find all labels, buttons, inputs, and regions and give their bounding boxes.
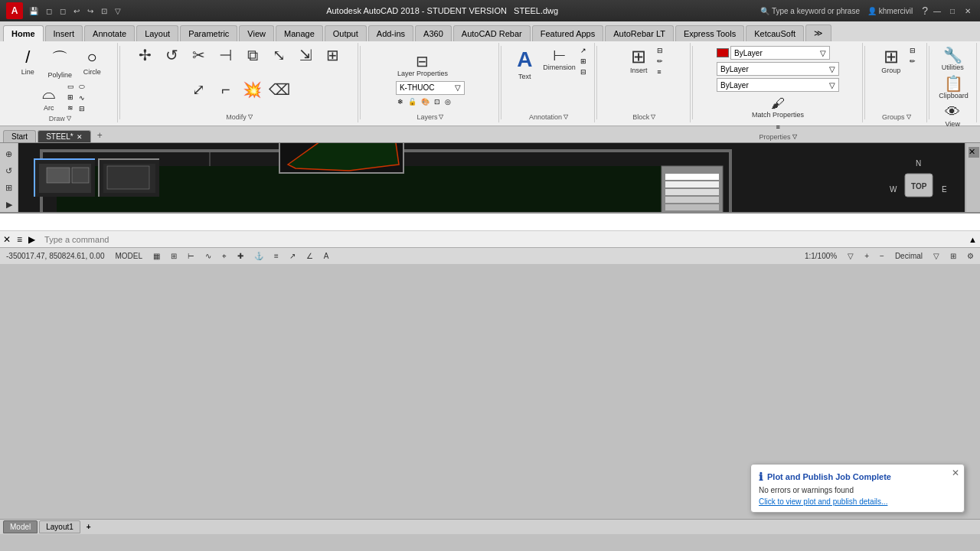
mirror-tool[interactable]: ⊣ [214, 46, 238, 64]
lineweight-btn[interactable]: ≡ [271, 248, 282, 264]
units-display[interactable]: Decimal [892, 248, 926, 264]
insert-tool[interactable]: ⊞ Insert [623, 46, 654, 76]
layer-properties-btn[interactable]: ⊟ Layer Properties [396, 52, 449, 79]
settings-btn[interactable]: ⚙ [964, 248, 977, 264]
group-edit-btn[interactable]: ✏ [908, 57, 917, 66]
qa-print[interactable]: ⊡ [98, 5, 110, 17]
draw-dropdown[interactable]: ▽ [67, 115, 71, 122]
command-input-field[interactable] [38, 233, 965, 246]
orbit-btn[interactable]: ↺ [2, 163, 17, 178]
cmd-close-btn[interactable]: ✕ [0, 234, 14, 245]
create-block-btn[interactable]: ⊟ [655, 46, 665, 55]
notif-link[interactable]: Click to view plot and publish details..… [759, 497, 956, 506]
scale-display[interactable]: 1:1/100% [802, 248, 840, 264]
spline-tool[interactable]: ∿ [77, 93, 87, 103]
array-tool[interactable]: ⊞ [321, 46, 345, 64]
region-tool[interactable]: ⊟ [77, 104, 87, 113]
list-props-btn[interactable]: ≡ [774, 122, 781, 132]
object-tracking-btn[interactable]: ✚ [234, 248, 247, 264]
qa-undo[interactable]: ↩ [70, 5, 83, 17]
search-box[interactable]: 🔍 Type a keyword or phrase [760, 7, 860, 15]
linetype-dropdown[interactable]: ByLayer ▽ [717, 62, 839, 76]
layer-lock-btn[interactable]: 🔓 [407, 97, 418, 106]
help-btn[interactable]: ? [922, 5, 928, 17]
layout-1-tab[interactable]: Layout1 [39, 520, 80, 533]
text-tool[interactable]: A Text [509, 46, 540, 82]
layer-dropdown[interactable]: K-THUOC ▽ [396, 81, 465, 95]
hatch-tool[interactable]: ⊞ [66, 93, 76, 102]
define-attr-btn[interactable]: ≡ [655, 67, 665, 77]
tab-annotate[interactable]: Annotate [84, 25, 135, 41]
workspace-btn[interactable]: ⊞ [947, 248, 959, 264]
lineweight-dropdown[interactable]: ByLayer ▽ [717, 78, 839, 92]
tab-addins[interactable]: Add-ins [368, 25, 413, 41]
maximize-btn[interactable]: □ [946, 5, 959, 17]
cmd-expand-btn[interactable]: ≡ [14, 234, 25, 245]
view-cube[interactable]: N S E W TOP [888, 158, 949, 212]
tab-steel-close[interactable]: ✕ [77, 133, 83, 141]
annotation-monitor-btn[interactable]: A [321, 248, 332, 264]
fillet-tool[interactable]: ⌐ [214, 80, 238, 99]
zoom-pan-btn[interactable]: ⊕ [2, 146, 17, 161]
polyline-tool[interactable]: ⌒ Polyline [44, 46, 75, 80]
match-properties-btn[interactable]: 🖌 Match Properties [750, 95, 805, 120]
grid-btn[interactable]: ▦ [150, 248, 163, 264]
copy-tool[interactable]: ⧉ [240, 46, 265, 64]
erase-tool[interactable]: ⌫ [267, 80, 292, 99]
scale-dropdown[interactable]: ▽ [844, 248, 857, 264]
transparency-btn[interactable]: ↗ [286, 248, 299, 264]
canvas-viewport[interactable]: ប្លង់ ស្ថានភាព ផ្ទះ ករណី ០/១ ប្លង់ ការដ្… [18, 143, 965, 212]
layout-add-btn[interactable]: + [82, 521, 96, 533]
zoom-out-btn[interactable]: − [877, 248, 887, 264]
minimize-btn[interactable]: — [931, 5, 943, 17]
ortho-btn[interactable]: ⊢ [185, 248, 198, 264]
cmd-arrow-btn[interactable]: ▶ [25, 234, 38, 245]
layers-dropdown[interactable]: ▽ [439, 113, 443, 120]
layer-freeze-btn[interactable]: ❄ [396, 97, 405, 106]
explode-tool[interactable]: 💥 [240, 80, 265, 99]
modify-dropdown[interactable]: ▽ [248, 113, 253, 120]
thumbnail-1[interactable] [34, 158, 95, 197]
qa-extra[interactable]: ▽ [112, 5, 124, 17]
tab-insert[interactable]: Insert [45, 25, 83, 41]
circle-tool[interactable]: ○ Circle [77, 46, 107, 77]
tab-output[interactable]: Output [325, 25, 367, 41]
edit-block-btn[interactable]: ✏ [655, 57, 665, 66]
qa-save[interactable]: ◻ [57, 5, 69, 17]
block-dropdown[interactable]: ▽ [651, 113, 655, 120]
table-tool[interactable]: ⊞ [579, 57, 588, 66]
move-tool[interactable]: ✢ [133, 46, 158, 65]
trim-tool[interactable]: ✂ [187, 46, 211, 64]
tab-autorebar-lt[interactable]: AutoRebar LT [605, 25, 674, 41]
tab-ketcausoft[interactable]: KetcauSoft [746, 25, 804, 41]
qa-new[interactable]: 💾 [26, 5, 41, 17]
layer-extra-btn[interactable]: ⊡ [433, 97, 442, 106]
gradient-tool[interactable]: ≋ [66, 103, 76, 112]
ungroup-btn[interactable]: ⊟ [908, 46, 917, 55]
polar-btn[interactable]: ∿ [202, 248, 214, 264]
tab-autocad-rebar[interactable]: AutoCAD Rebar [453, 25, 531, 41]
tab-home[interactable]: Home [3, 25, 44, 41]
extents-btn[interactable]: ⊞ [2, 180, 17, 195]
tab-view[interactable]: View [239, 25, 274, 41]
utilities-btn[interactable]: 🔧 Utilities [937, 46, 968, 73]
coordinates-display[interactable]: -350017.47, 850824.61, 0.00 [3, 248, 107, 264]
tab-parametric[interactable]: Parametric [180, 25, 237, 41]
tab-express[interactable]: Express Tools [675, 25, 744, 41]
rectangle-tool[interactable]: ▭ [66, 82, 76, 91]
annotation-dropdown[interactable]: ▽ [564, 113, 568, 120]
tab-manage[interactable]: Manage [276, 25, 323, 41]
cmd-scroll-up[interactable]: ▲ [965, 235, 980, 244]
zoom-in-btn[interactable]: + [861, 248, 872, 264]
panel-close-btn[interactable]: ✕ [969, 147, 979, 158]
view-btn[interactable]: 👁 View [937, 103, 968, 129]
rotate-tool[interactable]: ↺ [160, 46, 185, 64]
snap-btn[interactable]: ⊞ [168, 248, 180, 264]
thumbnail-2[interactable] [98, 158, 159, 197]
clipboard-btn[interactable]: 📋 Clipboard [937, 74, 970, 101]
layer-color-btn[interactable]: 🎨 [420, 97, 431, 106]
color-dropdown[interactable]: ByLayer ▽ [730, 46, 830, 60]
allow-disallow-btn[interactable]: ⚓ [251, 248, 266, 264]
tab-steel[interactable]: STEEL* ✕ [38, 130, 91, 142]
layer-isolate-btn[interactable]: ◎ [443, 97, 452, 106]
